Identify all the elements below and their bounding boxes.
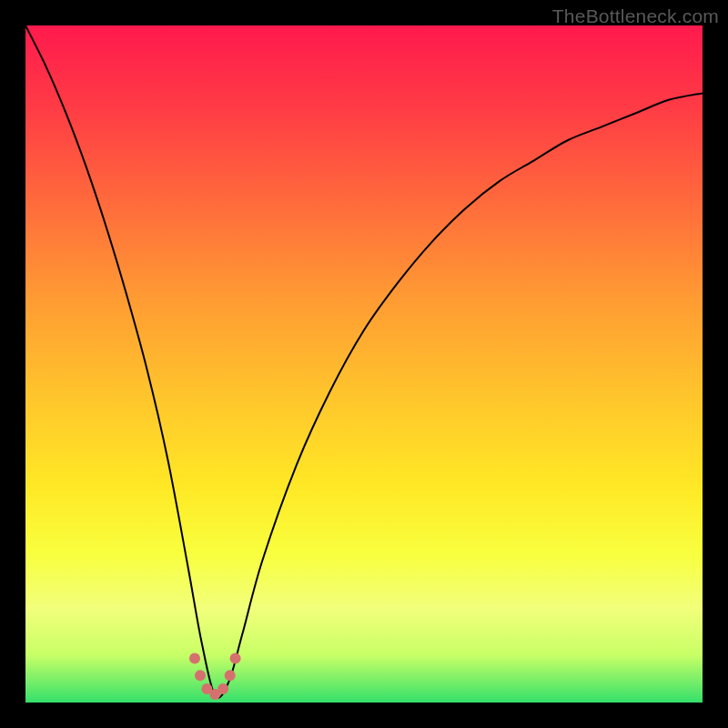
watermark-text: TheBottleneck.com [552,5,719,27]
trough-marker [189,653,200,664]
trough-markers [189,653,241,701]
trough-marker [195,670,206,681]
chart-svg [25,25,703,703]
bottleneck-curve [25,25,703,698]
trough-marker [230,653,241,664]
trough-marker [225,670,236,681]
chart-frame: TheBottleneck.com [0,0,728,728]
trough-marker [217,683,228,694]
plot-area [25,25,703,703]
